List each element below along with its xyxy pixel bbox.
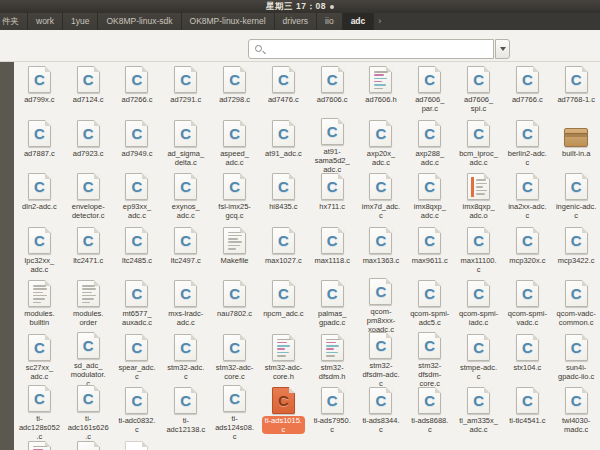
file-item[interactable]: Cstm32-adc. c xyxy=(161,332,210,386)
file-item[interactable]: Cmax9611.c xyxy=(405,225,454,279)
file-item[interactable]: Cstm32- dfsdm- core.c xyxy=(405,332,454,386)
path-button-1yue[interactable]: 1yue xyxy=(63,13,98,30)
file-item[interactable]: Cad7606_ spi.c xyxy=(454,64,503,118)
file-item[interactable]: Makefile xyxy=(210,225,259,279)
file-item[interactable]: Cad_sigma_ delta.c xyxy=(161,118,210,172)
file-label: stmpe-adc. c xyxy=(460,363,497,381)
file-item[interactable]: C xyxy=(64,439,113,450)
file-item[interactable]: Cqcom-spmi- iadc.c xyxy=(454,278,503,332)
file-item[interactable]: modules. order xyxy=(64,278,113,332)
file-item[interactable]: Cti-adc0832. c xyxy=(113,385,162,439)
path-overflow-chevron-icon[interactable]: › xyxy=(374,13,385,30)
file-item[interactable]: Cmax1027.c xyxy=(259,225,308,279)
file-item[interactable]: Chx711.c xyxy=(308,171,357,225)
file-item[interactable]: Cmcp320x.c xyxy=(503,225,552,279)
file-item[interactable]: Cnpcm_adc.c xyxy=(259,278,308,332)
file-item[interactable]: Cimx7d_adc. c xyxy=(357,171,406,225)
file-item[interactable]: Cad7476.c xyxy=(259,64,308,118)
path-button-OK8MP-linux-sdk[interactable]: OK8MP-linux-sdk xyxy=(98,13,181,30)
file-item[interactable]: Cdln2-adc.c xyxy=(15,171,64,225)
search-input[interactable] xyxy=(267,41,487,57)
file-item[interactable]: Cad7949.c xyxy=(113,118,162,172)
file-item[interactable]: Cti- ads124s08. c xyxy=(210,385,259,439)
file-item[interactable]: Cqcom- pm8xxx- xoadc.c xyxy=(357,278,406,332)
file-item[interactable]: Cltc2471.c xyxy=(64,225,113,279)
file-item[interactable]: Cti- adc128s052 .c xyxy=(15,385,64,439)
file-item[interactable]: Cti_am335x_ adc.c xyxy=(454,385,503,439)
file-item[interactable]: modules. builtin xyxy=(15,278,64,332)
file-item[interactable]: Cnau7802.c xyxy=(210,278,259,332)
path-button-OK8MP-linux-kernel[interactable]: OK8MP-linux-kernel xyxy=(182,13,275,30)
file-item[interactable]: Cexynos_ adc.c xyxy=(161,171,210,225)
file-item[interactable]: Cmt6577_ auxadc.c xyxy=(113,278,162,332)
file-item[interactable]: Cti- adc12138.c xyxy=(161,385,210,439)
path-button-adc[interactable]: adc xyxy=(343,13,375,30)
file-item[interactable]: Cqcom-spmi- adc5.c xyxy=(405,278,454,332)
file-item[interactable]: Cmax11100. c xyxy=(454,225,503,279)
file-item[interactable]: Cat91- sama5d2_ adc.c xyxy=(308,118,357,172)
c-source-file-icon: C xyxy=(174,120,197,147)
file-item[interactable]: stm32-adc- core.h xyxy=(259,332,308,386)
file-item[interactable]: Cad7768-1.c xyxy=(552,64,600,118)
file-item[interactable]: Cti-ads1015. c xyxy=(259,385,308,439)
file-item[interactable]: Cad7766.c xyxy=(503,64,552,118)
file-item[interactable]: Cad7124.c xyxy=(64,64,113,118)
file-item[interactable]: Cmcp3422.c xyxy=(552,225,600,279)
file-item[interactable]: Cenvelope- detector.c xyxy=(64,171,113,225)
file-item[interactable]: Cina2xx-adc. c xyxy=(503,171,552,225)
file-item[interactable]: Cstm32- dfsdm-adc. c xyxy=(357,332,406,386)
file-item[interactable]: Cad7298.c xyxy=(210,64,259,118)
file-item[interactable]: Caspeed_ adc.c xyxy=(210,118,259,172)
file-item[interactable]: Cimx8qxp_ adc.c xyxy=(405,171,454,225)
file-item[interactable]: Cad7266.c xyxy=(113,64,162,118)
file-item[interactable]: ad7606.h xyxy=(357,64,406,118)
file-item[interactable]: Clpc32xx_ adc.c xyxy=(15,225,64,279)
file-item[interactable]: built-in.a xyxy=(552,118,600,172)
file-item[interactable]: Cmxs-lradc- adc.c xyxy=(161,278,210,332)
file-item[interactable]: Cbcm_iproc_ adc.c xyxy=(454,118,503,172)
file-item[interactable]: Cep93xx_ adc.c xyxy=(113,171,162,225)
file-item[interactable]: Cingenic-adc. c xyxy=(552,171,600,225)
file-item[interactable]: Cad7606_ par.c xyxy=(405,64,454,118)
path-button-drivers[interactable]: drivers xyxy=(275,13,318,30)
file-item[interactable] xyxy=(15,439,64,450)
search-dropdown-button[interactable] xyxy=(495,39,510,59)
file-item[interactable]: Cti-tlc4541.c xyxy=(503,385,552,439)
file-item[interactable]: Cad7606.c xyxy=(308,64,357,118)
file-item[interactable]: stm32- dfsdm.h xyxy=(308,332,357,386)
file-item[interactable]: Csd_adc_ modulator. c xyxy=(64,332,113,386)
file-item[interactable]: Caxp20x_ adc.c xyxy=(357,118,406,172)
file-item[interactable]: Cad799x.c xyxy=(15,64,64,118)
file-item[interactable]: Cspear_adc. c xyxy=(113,332,162,386)
file-item[interactable]: Ctwl4030- madc.c xyxy=(552,385,600,439)
file-item[interactable]: Cad7887.c xyxy=(15,118,64,172)
file-item[interactable]: Cmax1363.c xyxy=(357,225,406,279)
path-button-件夹[interactable]: 件夹 xyxy=(0,13,28,30)
file-item[interactable]: Cti-ads8344. c xyxy=(357,385,406,439)
file-item[interactable]: C xyxy=(113,439,162,450)
file-item[interactable]: Cqcom-spmi- vadc.c xyxy=(503,278,552,332)
file-item[interactable]: Cltc2497.c xyxy=(161,225,210,279)
file-item[interactable]: Cltc2485.c xyxy=(113,225,162,279)
file-item[interactable]: Cstm32-adc- core.c xyxy=(210,332,259,386)
file-item[interactable]: Csc27xx_ adc.c xyxy=(15,332,64,386)
file-item[interactable]: Caxp288_ adc.c xyxy=(405,118,454,172)
file-item[interactable]: Chi8435.c xyxy=(259,171,308,225)
file-item[interactable]: Csun4i- gpadc-iio.c xyxy=(552,332,600,386)
file-item[interactable]: Cberlin2-adc. c xyxy=(503,118,552,172)
file-item[interactable]: Cqcom-vadc- common.c xyxy=(552,278,600,332)
file-item[interactable]: Cat91_adc.c xyxy=(259,118,308,172)
file-item[interactable]: Cad7923.c xyxy=(64,118,113,172)
file-item[interactable]: Cti-ads8688. c xyxy=(405,385,454,439)
file-item[interactable]: Cti- adc161s626 .c xyxy=(64,385,113,439)
path-button-work[interactable]: work xyxy=(28,13,63,30)
file-item[interactable]: Cfsl-imx25- gcq.c xyxy=(210,171,259,225)
file-item[interactable]: Cti-ads7950. c xyxy=(308,385,357,439)
file-item[interactable]: Cad7291.c xyxy=(161,64,210,118)
file-item[interactable]: Cstx104.c xyxy=(503,332,552,386)
file-item[interactable]: Cmax1118.c xyxy=(308,225,357,279)
file-item[interactable]: Cpalmas_ gpadc.c xyxy=(308,278,357,332)
file-item[interactable]: imx8qxp_ adc.o xyxy=(454,171,503,225)
path-button-iio[interactable]: iio xyxy=(317,13,343,30)
file-item[interactable]: Cstmpe-adc. c xyxy=(454,332,503,386)
